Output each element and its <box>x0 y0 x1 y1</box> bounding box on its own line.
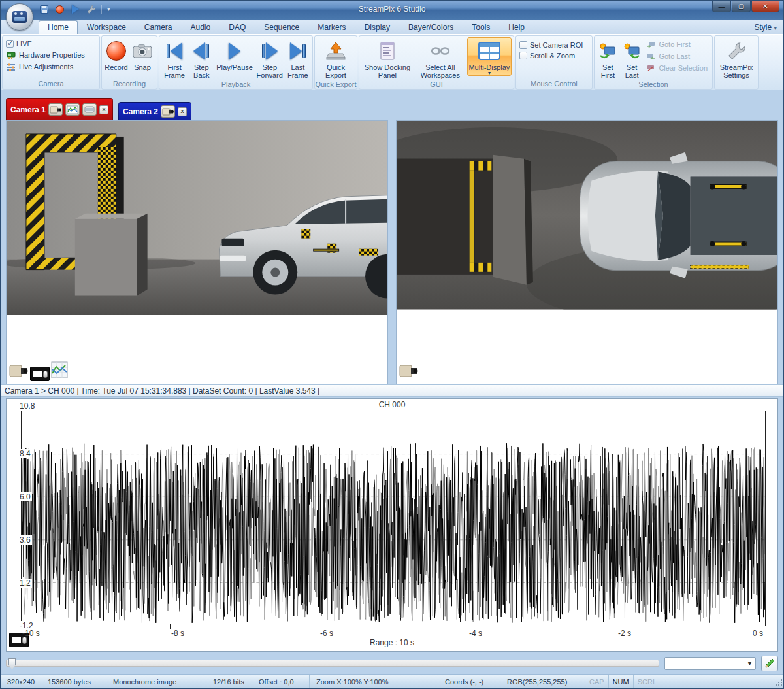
window-controls: — ▢ ✕ <box>711 1 779 12</box>
maximize-button[interactable]: ▢ <box>732 1 751 12</box>
play-pause-button[interactable]: Play/Pause <box>215 37 253 72</box>
ribbon-tab-tools[interactable]: Tools <box>463 20 499 34</box>
first-frame-icon <box>167 42 182 59</box>
camera-1-panel-toolbar <box>9 361 68 381</box>
camera-tab-strip: Camera 1 x Camera 2 x <box>1 90 783 120</box>
tab-camera-2[interactable]: Camera 2 x <box>118 102 191 120</box>
live-toggle[interactable]: LIVE <box>6 40 85 48</box>
x-axis-tick-label: -2 s <box>618 629 631 638</box>
daq-status-line: Camera 1 > CH 000 | Time: Tue Jul 07 15:… <box>1 384 783 397</box>
goto-last-button[interactable]: Goto Last <box>645 52 708 61</box>
step-back-button[interactable]: Step Back <box>189 37 214 80</box>
group-label-playback: Playback <box>159 80 312 89</box>
style-menu[interactable]: Style ▾ <box>754 23 777 32</box>
keyboard-mouse-icon[interactable] <box>30 367 50 381</box>
lock-indicator-cap: CAP <box>585 675 609 688</box>
camera-2-panel-toolbar <box>399 363 419 381</box>
camera-icon[interactable] <box>48 103 63 116</box>
live-checkbox[interactable] <box>6 40 14 48</box>
ribbon-tab-camera[interactable]: Camera <box>135 20 182 34</box>
show-docking-panel-button[interactable]: Show Docking Panel <box>361 37 414 80</box>
close-button[interactable]: ✕ <box>751 1 779 12</box>
ribbon-tab-audio[interactable]: Audio <box>182 20 220 34</box>
y-axis-tick-label: -1.2 <box>18 621 35 630</box>
statusbar-cell: 153600 bytes <box>41 675 106 688</box>
goto-first-icon <box>645 40 656 49</box>
set-camera-roi-checkbox[interactable] <box>519 41 527 49</box>
y-axis-tick-label: 1.2 <box>18 579 32 588</box>
set-last-icon <box>622 39 642 63</box>
snap-button[interactable]: Snap <box>130 37 155 72</box>
tab-camera-1[interactable]: Camera 1 x <box>6 98 113 120</box>
scroll-zoom-toggle[interactable]: Scroll & Zoom <box>519 52 583 59</box>
edit-marker-button[interactable] <box>761 656 778 671</box>
ribbon-group-settings: StreamPix Settings <box>714 35 759 90</box>
group-label-camera: Camera <box>3 79 99 89</box>
camera-1-view-panel[interactable] <box>6 120 388 384</box>
minimize-button[interactable]: — <box>712 1 731 12</box>
ribbon-group-selection: Set First Set Last Goto First <box>594 35 713 90</box>
camera-2-view-panel[interactable] <box>396 120 778 384</box>
display-view-icon[interactable] <box>82 103 97 116</box>
chart-area: CH 000 10.88.46.03.61.2-1.2 -10 s-8 s-6 … <box>1 397 783 653</box>
y-axis-tick-label: 8.4 <box>18 449 32 458</box>
ribbon-tab-home[interactable]: Home <box>39 20 78 34</box>
camera-source-icon[interactable] <box>399 363 419 381</box>
ribbon-tab-display[interactable]: Display <box>355 20 399 34</box>
ribbon-tab-bayer-colors[interactable]: Bayer/Colors <box>399 20 463 34</box>
chart-title: CH 000 <box>7 400 777 409</box>
combo-dropdown-icon[interactable]: ▼ <box>747 660 753 667</box>
close-tab-icon[interactable]: x <box>178 107 187 116</box>
ribbon-tab-markers[interactable]: Markers <box>308 20 355 34</box>
timeline-slider[interactable] <box>6 658 659 669</box>
daq-graph-icon[interactable] <box>51 361 68 381</box>
app-menu-button[interactable] <box>6 3 33 31</box>
ribbon-group-quick-export: Quick Export Quick Export <box>314 35 357 90</box>
group-label-settings <box>715 80 758 89</box>
close-tab-icon[interactable]: x <box>99 105 108 114</box>
ribbon-group-mouse-control: Set Camera ROI Scroll & Zoom Mouse Contr… <box>515 35 593 90</box>
first-frame-button[interactable]: First Frame <box>161 37 188 80</box>
resize-grip[interactable] <box>774 679 782 687</box>
set-camera-roi-toggle[interactable]: Set Camera ROI <box>519 41 583 49</box>
sliders-icon <box>6 62 16 71</box>
chart-plot-frame[interactable] <box>21 411 766 626</box>
app-window: ▾ StreamPix 6 Studio — ▢ ✕ HomeWorkspace… <box>0 0 784 689</box>
timeline-track[interactable] <box>6 660 659 667</box>
marker-combobox[interactable]: ▼ <box>664 657 756 670</box>
ribbon-tab-help[interactable]: Help <box>499 20 534 34</box>
hardware-board-icon <box>6 50 16 59</box>
set-last-button[interactable]: Set Last <box>621 37 644 80</box>
scroll-zoom-checkbox[interactable] <box>519 52 527 59</box>
quick-export-icon <box>326 39 346 63</box>
link-glasses-icon <box>430 39 451 63</box>
quick-export-button[interactable]: Quick Export <box>318 37 354 80</box>
camera-1-image <box>7 121 387 315</box>
ribbon-tab-sequence[interactable]: Sequence <box>255 20 308 34</box>
last-frame-button[interactable]: Last Frame <box>286 37 310 80</box>
step-forward-button[interactable]: Step Forward <box>255 37 284 80</box>
group-label-quick-export: Quick Export <box>315 80 357 89</box>
play-pause-icon <box>229 42 240 59</box>
camera-panels <box>1 120 783 384</box>
record-button[interactable]: Record <box>104 37 129 72</box>
select-all-workspaces-button[interactable]: Select All Workspaces <box>415 37 466 80</box>
daq-chart-panel[interactable]: CH 000 10.88.46.03.61.2-1.2 -10 s-8 s-6 … <box>6 398 778 652</box>
clear-selection-icon <box>645 63 656 73</box>
camera-icon[interactable] <box>161 105 175 118</box>
live-adjustments-button[interactable]: Live Adjustments <box>6 62 85 71</box>
multi-display-dropdown-icon[interactable]: ▾ <box>488 71 491 75</box>
camera-source-icon[interactable] <box>9 363 29 381</box>
ribbon-tab-workspace[interactable]: Workspace <box>78 20 135 34</box>
hardware-properties-button[interactable]: Hardware Properties <box>6 50 85 59</box>
timeline-thumb[interactable] <box>8 658 16 669</box>
goto-first-button[interactable]: Goto First <box>645 40 708 49</box>
group-label-mouse-control: Mouse Control <box>516 79 592 89</box>
chart-view-icon[interactable] <box>65 103 80 116</box>
multi-display-button[interactable]: Multi-Display ▾ <box>467 37 512 76</box>
clear-selection-button[interactable]: Clear Selection <box>645 63 708 73</box>
set-first-button[interactable]: Set First <box>596 37 619 80</box>
streampix-settings-button[interactable]: StreamPix Settings <box>717 37 756 80</box>
ribbon-tab-daq[interactable]: DAQ <box>220 20 255 34</box>
goto-last-icon <box>645 52 656 61</box>
